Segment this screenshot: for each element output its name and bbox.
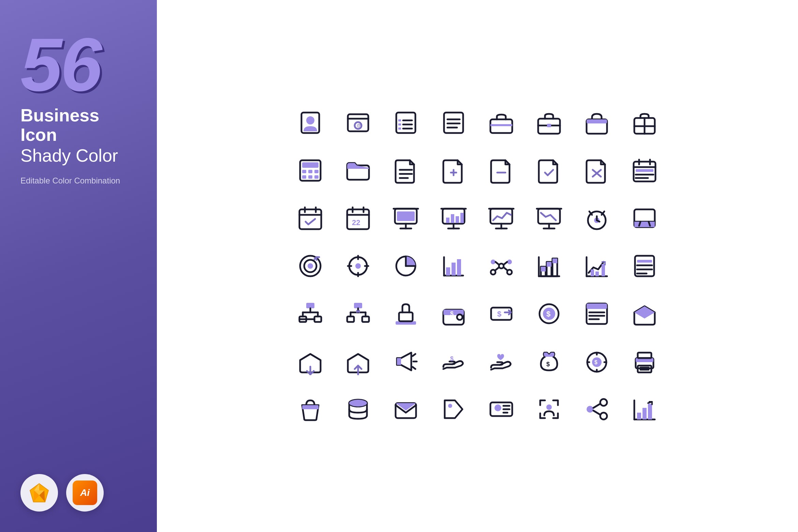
svg-rect-37	[314, 175, 319, 179]
icon-email-download	[290, 341, 331, 382]
svg-point-209	[546, 404, 552, 410]
svg-text:$: $	[546, 361, 550, 368]
svg-text:$: $	[450, 310, 454, 317]
icon-growth-chart	[576, 246, 617, 286]
icon-analytics-up	[624, 389, 665, 430]
icon-list-document	[624, 246, 665, 286]
icon-coin-dollar: $	[529, 293, 570, 334]
svg-rect-160	[399, 312, 413, 321]
icon-inbox	[624, 198, 665, 239]
svg-rect-113	[457, 259, 461, 276]
icon-document-remove	[481, 150, 522, 191]
svg-rect-72	[451, 214, 454, 223]
svg-point-203	[448, 404, 452, 408]
svg-rect-128	[547, 262, 551, 267]
icon-document-check	[529, 150, 570, 191]
svg-point-210	[600, 399, 607, 406]
icon-tag	[433, 389, 474, 430]
svg-text:$: $	[450, 355, 454, 362]
svg-rect-91	[634, 222, 655, 227]
big-number: 56	[20, 27, 140, 102]
svg-rect-53	[299, 209, 321, 229]
icon-bag-1	[576, 102, 617, 143]
svg-rect-35	[302, 175, 306, 179]
svg-line-182	[413, 367, 415, 369]
icon-shopping-bag	[290, 389, 331, 430]
icon-document-x	[576, 150, 617, 191]
icon-calendar-list	[624, 150, 665, 191]
svg-rect-126	[541, 267, 546, 271]
svg-point-101	[355, 263, 361, 269]
icon-org-chart	[290, 293, 331, 334]
icon-crosshair	[338, 246, 379, 286]
icon-person-card	[481, 389, 522, 430]
svg-line-214	[593, 411, 600, 415]
icon-bar-chart	[433, 246, 474, 286]
sketch-logo-circle	[20, 474, 58, 512]
svg-line-122	[504, 267, 507, 270]
title-light: Shady Color	[20, 146, 140, 165]
svg-point-201	[349, 400, 367, 407]
ai-text: Ai	[80, 487, 90, 498]
right-panel: @	[157, 0, 798, 532]
icon-email-upload	[338, 341, 379, 382]
svg-rect-66	[397, 211, 415, 221]
svg-rect-31	[302, 162, 319, 168]
icon-email-open	[624, 293, 665, 334]
icons-grid: @	[290, 102, 665, 430]
icon-megaphone	[385, 341, 426, 382]
svg-rect-50	[636, 169, 653, 172]
icon-hand-money: $	[433, 341, 474, 382]
svg-rect-137	[637, 260, 652, 263]
svg-line-121	[496, 267, 499, 270]
icon-network	[481, 246, 522, 286]
svg-rect-26	[587, 119, 607, 123]
icon-database	[338, 389, 379, 430]
icon-calendar-date: 22	[338, 198, 379, 239]
svg-rect-195	[638, 353, 651, 358]
icon-hand-heart	[481, 341, 522, 382]
icon-presentation-blank	[385, 198, 426, 239]
icon-presentation-down	[529, 198, 570, 239]
svg-point-205	[494, 404, 501, 411]
icon-calendar-check	[290, 198, 331, 239]
icon-email-calendar: @	[338, 102, 379, 143]
svg-rect-73	[456, 216, 459, 223]
icon-contact-card	[290, 102, 331, 143]
icon-invoice	[576, 293, 617, 334]
icon-transfer	[338, 293, 379, 334]
svg-rect-12	[396, 113, 415, 133]
icon-briefcase-2	[529, 102, 570, 143]
svg-text:$: $	[546, 310, 550, 318]
svg-text:$: $	[497, 310, 501, 318]
title-bold: Business Icon	[20, 106, 140, 145]
icon-stamp	[385, 293, 426, 334]
svg-point-96	[308, 263, 313, 269]
svg-rect-219	[648, 404, 652, 419]
icon-share-network	[576, 389, 617, 430]
icon-dollar-exchange: $	[481, 293, 522, 334]
svg-rect-21	[490, 124, 512, 126]
icon-pie-chart	[385, 246, 426, 286]
icon-email-arrow	[385, 389, 426, 430]
icon-money-bag: $	[529, 341, 570, 382]
svg-rect-75	[490, 209, 512, 224]
svg-point-198	[649, 359, 652, 362]
icon-analytics	[529, 246, 570, 286]
icon-printer	[624, 341, 665, 382]
svg-line-213	[593, 404, 600, 408]
svg-line-120	[504, 262, 507, 265]
svg-rect-218	[642, 408, 647, 419]
svg-rect-199	[302, 405, 319, 409]
svg-rect-134	[595, 271, 599, 276]
svg-rect-74	[460, 213, 464, 223]
sketch-icon	[27, 481, 51, 505]
svg-point-7	[306, 116, 314, 124]
svg-rect-217	[637, 413, 641, 419]
svg-rect-111	[446, 267, 450, 276]
svg-text:22: 22	[352, 218, 360, 227]
subtitle: Editable Color Combination	[20, 176, 140, 186]
svg-rect-112	[452, 263, 456, 276]
svg-rect-133	[591, 269, 594, 276]
svg-rect-24	[547, 124, 551, 127]
